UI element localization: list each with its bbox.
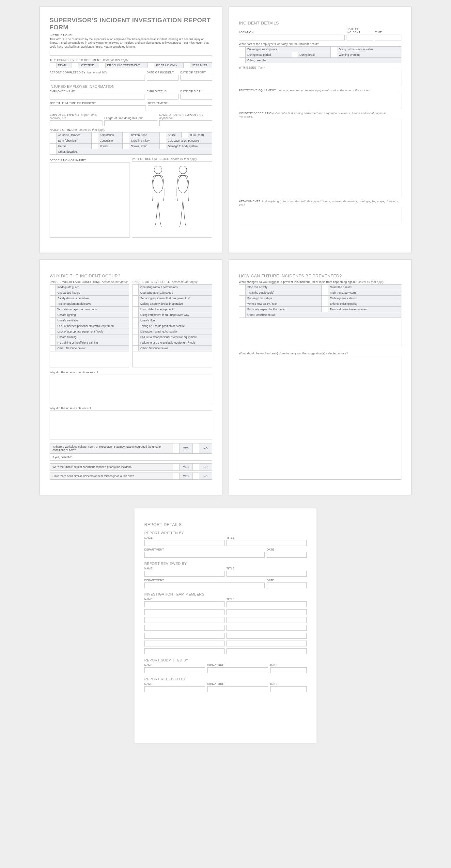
checkbox[interactable] (133, 296, 139, 301)
checkbox[interactable] (50, 284, 56, 290)
completed-by-input[interactable] (50, 75, 145, 81)
team-row-input[interactable] (144, 633, 224, 639)
team-name-input[interactable] (144, 601, 224, 607)
team-row-input[interactable] (144, 617, 224, 623)
employee-type-input[interactable] (50, 120, 102, 126)
checkbox[interactable] (133, 335, 139, 340)
checkbox[interactable] (50, 329, 56, 335)
list-item: Unsafe clothing (56, 335, 129, 340)
team-row-input[interactable] (227, 617, 307, 623)
team-row-input[interactable] (144, 641, 224, 646)
ppe-input[interactable] (239, 93, 401, 109)
acts-other-input[interactable] (132, 351, 212, 367)
checkbox[interactable] (173, 464, 179, 470)
checkbox[interactable] (173, 473, 179, 479)
checkbox[interactable] (50, 323, 56, 329)
written-dept-input[interactable] (144, 552, 265, 558)
reviewed-dept-input[interactable] (144, 583, 265, 588)
checkbox[interactable] (50, 307, 56, 312)
written-date-input[interactable] (267, 552, 307, 558)
checkbox[interactable] (50, 335, 56, 340)
checkbox[interactable] (133, 340, 139, 346)
submitted-name-input[interactable] (144, 667, 205, 673)
checkbox[interactable] (50, 318, 56, 323)
checkbox[interactable] (133, 346, 139, 351)
list-item: Unsafe lifting (139, 318, 212, 323)
employee-name-input[interactable] (50, 94, 145, 99)
incident-description-input[interactable] (239, 119, 401, 197)
submitted-date-input[interactable] (270, 667, 307, 673)
team-title-input[interactable] (227, 601, 307, 607)
why-acts-input[interactable] (50, 410, 212, 440)
incident-time-input[interactable] (375, 35, 401, 40)
doc-purpose-label: THIS FORM SERVES TO DOCUMENT select all … (50, 58, 212, 62)
team-row-input[interactable] (227, 648, 307, 654)
other-employer-input[interactable] (159, 120, 212, 126)
body-diagram[interactable] (132, 161, 212, 238)
location-input[interactable] (239, 35, 344, 40)
received-sig-input[interactable] (207, 686, 268, 692)
submitted-by-section: REPORT SUBMITTED BY (144, 658, 307, 662)
written-name-input[interactable] (144, 540, 224, 546)
department-input[interactable] (148, 105, 212, 111)
checkbox[interactable] (50, 340, 56, 346)
reviewed-title-input[interactable] (227, 571, 307, 577)
checkbox[interactable] (50, 312, 56, 318)
received-date-input[interactable] (270, 686, 307, 692)
checkbox[interactable] (71, 63, 78, 68)
checkbox[interactable] (192, 443, 199, 453)
checkbox[interactable] (192, 473, 199, 479)
attachments-input[interactable] (239, 207, 401, 223)
checkbox[interactable] (50, 290, 56, 296)
conditions-other-input[interactable] (50, 351, 129, 367)
checkbox[interactable] (148, 63, 154, 68)
team-row-input[interactable] (227, 633, 307, 639)
checkbox[interactable] (133, 290, 139, 296)
checkbox[interactable] (192, 464, 199, 470)
employee-dob-input[interactable] (180, 94, 212, 99)
similar-question-row: Have there been similar incidents or nea… (50, 472, 212, 480)
desc-injury-input[interactable] (50, 162, 130, 238)
checkbox[interactable] (50, 296, 56, 301)
date-report-label: DATE OF REPORT (180, 71, 212, 74)
prevent-other-input[interactable] (239, 318, 401, 347)
checkbox[interactable] (133, 307, 139, 312)
witnesses-input[interactable] (239, 70, 401, 86)
checkbox[interactable] (50, 63, 56, 68)
date-report-input[interactable] (180, 75, 212, 81)
checkbox[interactable] (133, 318, 139, 323)
received-name-input[interactable] (144, 686, 205, 692)
team-row-input[interactable] (144, 609, 224, 615)
reviewed-name-input[interactable] (144, 571, 224, 577)
instructions-text: This form is to be completed by the supe… (50, 37, 212, 49)
checkbox[interactable] (133, 301, 139, 307)
checkbox[interactable] (99, 63, 106, 68)
job-length-input[interactable] (104, 120, 157, 126)
why-conditions-input[interactable] (50, 375, 212, 404)
checkbox[interactable] (50, 346, 56, 351)
team-row-input[interactable] (144, 648, 224, 654)
list-item: Unsafe lighting (56, 312, 129, 318)
job-title-input[interactable] (50, 105, 146, 111)
date-incident-input[interactable] (147, 75, 179, 81)
checkbox[interactable] (50, 301, 56, 307)
team-row-input[interactable] (227, 641, 307, 646)
checkbox[interactable] (133, 323, 139, 329)
checkbox[interactable] (133, 312, 139, 318)
checkbox[interactable] (133, 284, 139, 290)
employee-id-input[interactable] (147, 94, 179, 99)
team-row-input[interactable] (227, 625, 307, 631)
team-row-input[interactable] (227, 609, 307, 615)
list-item: Other: Describe below: (56, 346, 129, 351)
checkbox[interactable] (183, 63, 190, 68)
incident-date-input[interactable] (347, 35, 373, 40)
list-item: Safety device is defective (56, 296, 129, 301)
written-title-input[interactable] (227, 540, 307, 546)
return-to-input[interactable] (50, 50, 212, 56)
checkbox[interactable] (173, 443, 179, 453)
team-row-input[interactable] (144, 625, 224, 631)
submitted-sig-input[interactable] (207, 667, 268, 673)
reviewed-date-input[interactable] (267, 583, 307, 588)
checkbox[interactable] (133, 329, 139, 335)
prevent-done-input[interactable] (239, 356, 401, 480)
